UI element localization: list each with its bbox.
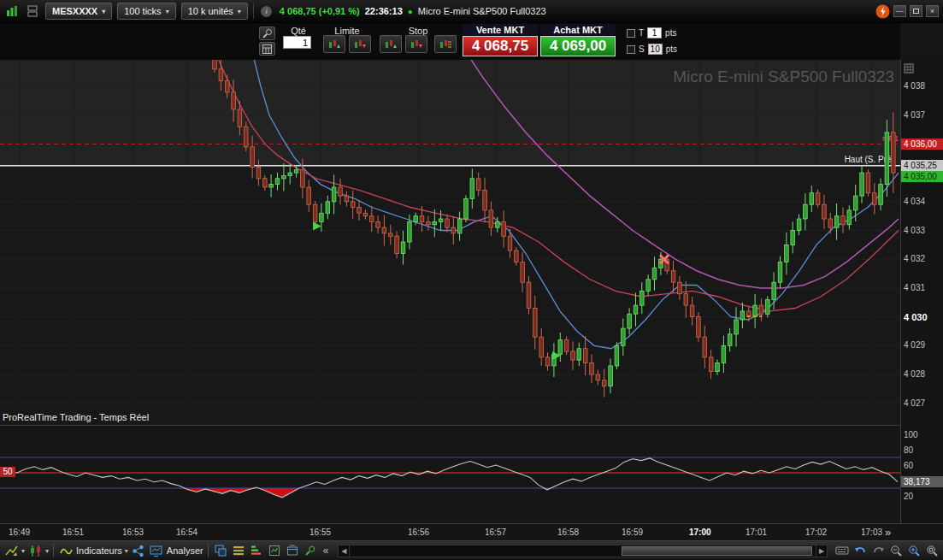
- trailing-stop-button[interactable]: [434, 35, 457, 53]
- price-tick: 4 030: [904, 312, 928, 322]
- scrollbar-thumb[interactable]: [622, 546, 812, 556]
- stoploss-pts-input[interactable]: [648, 44, 663, 55]
- zoom-fit-icon[interactable]: [924, 543, 940, 558]
- time-tick: 17:00: [689, 528, 711, 537]
- scroll-right-icon[interactable]: ▶: [816, 545, 827, 557]
- detach-chart-icon[interactable]: [285, 543, 300, 558]
- chart-icon[interactable]: [4, 3, 20, 19]
- scroll-left-icon[interactable]: ◀: [339, 545, 350, 557]
- price-tick: 4 029: [904, 340, 925, 350]
- price-tick: 4 028: [904, 369, 925, 379]
- buy-market-button[interactable]: 4 069,00: [540, 36, 616, 56]
- separator: [253, 3, 254, 19]
- chevron-down-icon: ▾: [238, 8, 241, 15]
- svg-text:Micro E-mini S&P500 Full0323: Micro E-mini S&P500 Full0323: [673, 68, 894, 85]
- time-tick: 16:55: [309, 528, 331, 537]
- draw-tools-icon[interactable]: [3, 543, 19, 558]
- time-axis-more-icon[interactable]: »: [885, 526, 891, 539]
- target-unit: pts: [665, 28, 676, 38]
- new-window-icon[interactable]: [213, 543, 228, 558]
- analyze-button[interactable]: Analyser: [167, 545, 203, 556]
- order-marker: [759, 315, 763, 317]
- chevron-down-icon: ▾: [166, 8, 169, 15]
- share-icon[interactable]: [131, 543, 146, 558]
- units-selector[interactable]: 10 k unités ▾: [181, 3, 248, 20]
- bottom-toolbar: ▾ ▾ Indicateurs ▾ Analyser: [0, 540, 943, 560]
- collapse-toolbar-icon[interactable]: «: [321, 545, 332, 557]
- sell-market-button[interactable]: 4 068,75: [463, 36, 538, 56]
- price-tick: 4 033: [904, 226, 925, 235]
- price-level-badge: 4 036,00: [901, 139, 943, 150]
- minimize-button[interactable]: —: [893, 5, 906, 17]
- connection-status-dot: ●: [408, 7, 413, 16]
- platform-watermark: ProRealTime Trading - Temps Réel: [3, 412, 149, 422]
- timeframe-selector[interactable]: 100 ticks ▾: [117, 3, 175, 20]
- price-tick: 4 037: [904, 110, 925, 120]
- trading-app-window: MESXXXX ▾ 100 ticks ▾ 10 k unités ▾ i 4 …: [0, 0, 943, 560]
- workspaces-icon[interactable]: [25, 3, 40, 19]
- stoploss-checkbox[interactable]: [627, 45, 635, 54]
- chevron-down-icon[interactable]: ▾: [21, 547, 25, 555]
- time-tick: 16:57: [485, 528, 506, 537]
- symbol-selector[interactable]: MESXXXX ▾: [45, 3, 112, 20]
- oscillator-tick: 100: [904, 430, 918, 439]
- symbol-label: MESXXXX: [52, 6, 97, 16]
- price-tick: 4 038: [904, 81, 925, 91]
- main-price-chart[interactable]: Micro E-mini S&P500 Full0323Haut (S. Pré…: [0, 60, 900, 425]
- redo-icon[interactable]: [870, 543, 886, 558]
- time-axis[interactable]: » 16:4916:5116:5316:5416:5516:5616:5716:…: [0, 523, 943, 540]
- info-icon[interactable]: i: [259, 3, 274, 19]
- chart-scrollbar[interactable]: ◀ ▶: [338, 545, 828, 557]
- settings-icon[interactable]: [303, 543, 318, 558]
- maximize-button[interactable]: [910, 5, 922, 17]
- streaming-icon[interactable]: [875, 3, 890, 19]
- price-tick: 4 032: [904, 254, 925, 263]
- undo-icon[interactable]: [852, 543, 868, 558]
- separator: [53, 544, 54, 557]
- target-checkbox[interactable]: [627, 29, 635, 38]
- axis-settings-icon[interactable]: [904, 62, 914, 77]
- buy-stop-button[interactable]: [380, 35, 402, 53]
- sell-limit-button[interactable]: [349, 35, 371, 53]
- buy-market-header: Achat MKT: [540, 24, 616, 35]
- separator: [208, 544, 209, 557]
- chevron-down-icon[interactable]: ▾: [125, 547, 128, 555]
- zoom-out-icon[interactable]: [888, 543, 904, 558]
- close-button[interactable]: ×: [926, 5, 939, 17]
- position-calculator-button[interactable]: [259, 42, 275, 56]
- chevron-down-icon: ▾: [102, 8, 105, 15]
- chevron-down-icon[interactable]: ▾: [45, 547, 49, 555]
- oscillator-mid-level-badge: 50: [0, 467, 15, 477]
- time-tick: 16:58: [557, 528, 579, 537]
- price-level-badge: 4 035,25: [901, 160, 943, 171]
- indicators-button[interactable]: Indicateurs: [76, 545, 122, 556]
- buy-limit-button[interactable]: [323, 35, 345, 53]
- price-tick: 4 031: [904, 283, 925, 292]
- keyboard-icon[interactable]: [834, 543, 850, 558]
- watchlist-icon[interactable]: [231, 543, 246, 558]
- order-book-icon[interactable]: [249, 543, 264, 558]
- qty-input[interactable]: [283, 36, 311, 49]
- clock: 22:36:13: [365, 6, 403, 16]
- time-tick: 16:54: [176, 528, 197, 537]
- chart-style-icon[interactable]: [27, 543, 43, 558]
- oscillator-tick: 60: [904, 461, 913, 470]
- alerts-icon[interactable]: [267, 543, 282, 558]
- order-settings-button[interactable]: [259, 27, 275, 40]
- oscillator-tick: 20: [904, 492, 913, 501]
- zoom-in-icon[interactable]: [906, 543, 922, 558]
- sell-stop-button[interactable]: [405, 35, 427, 53]
- target-pts-input[interactable]: [647, 27, 662, 38]
- time-tick: 17:01: [746, 528, 767, 537]
- time-tick: 16:51: [62, 528, 84, 537]
- order-marker: [747, 315, 751, 317]
- target-label: T: [639, 28, 644, 38]
- stoploss-label: S: [639, 44, 645, 54]
- oscillator-panel[interactable]: [0, 426, 900, 523]
- price-axis[interactable]: 4 0384 0374 0364 0354 0344 0334 0324 031…: [900, 60, 943, 523]
- title-bar: MESXXXX ▾ 100 ticks ▾ 10 k unités ▾ i 4 …: [0, 0, 943, 23]
- sell-market-header: Vente MKT: [463, 24, 538, 35]
- oscillator-tick: 80: [904, 445, 913, 455]
- order-marker: [753, 315, 757, 317]
- oscillator-value-badge: 38,173: [901, 476, 943, 487]
